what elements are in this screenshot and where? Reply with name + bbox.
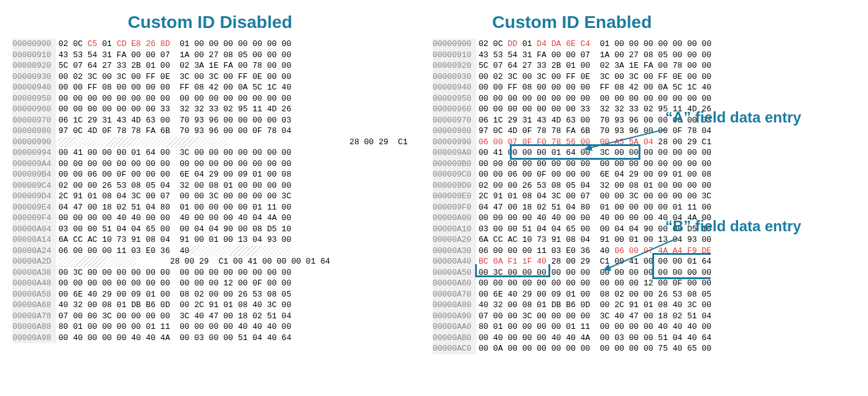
offset: 00000980 (433, 126, 476, 137)
hex-bytes: 06 00 00 00 11 03 E0 36 40 06 00 07 4A A… (476, 246, 711, 257)
hex-row: 00000A7000 6E 40 29 00 09 01 00 08 02 00… (433, 289, 712, 300)
hex-bytes: 00 00 00 00 00 00 00 00 00 00 00 00 00 0… (56, 159, 291, 170)
offset: 000009C0 (433, 169, 476, 180)
offset: 00000A40 (433, 256, 476, 267)
offset: 00000A04 (12, 224, 56, 235)
hex-bytes: 00 6E 40 29 00 09 01 00 08 02 00 00 26 5… (476, 289, 711, 300)
offset: 00000910 (433, 50, 476, 61)
hex-row: 0000093000 02 3C 00 3C 00 FF 0E 3C 00 3C… (433, 71, 712, 83)
offset: 00000910 (12, 50, 56, 61)
hex-row: 0000090002 0C DD 01 D4 DA 6E C4 01 00 00… (433, 39, 712, 50)
hex-row: 0000095000 00 00 00 00 00 00 00 00 00 00… (12, 93, 408, 104)
offset: 00000A90 (433, 311, 476, 322)
offset: 00000990 (12, 137, 56, 148)
hex-bytes: 00 40 00 00 00 40 40 4A 00 03 00 00 51 0… (476, 333, 711, 344)
hex-bytes: 00 40 00 00 00 40 40 4A 00 03 00 00 51 0… (56, 333, 291, 344)
hex-bytes: 97 0C 4D 0F 78 78 FA 6B 70 93 96 00 00 0… (56, 126, 291, 137)
hex-row: 000009C000 00 06 00 0F 00 00 00 6E 04 29… (433, 169, 712, 180)
offset: 00000960 (12, 104, 56, 115)
offset: 00000930 (433, 71, 476, 83)
hex-bytes: 00 0A 00 00 00 00 00 00 00 00 00 00 75 4… (476, 343, 711, 354)
offset: 00000A38 (12, 267, 56, 279)
annotation-a: “A” field data entry (665, 109, 801, 126)
offset: 000009E4 (12, 202, 56, 213)
offset: 00000990 (433, 137, 476, 148)
hex-bytes: 02 00 00 26 53 08 05 04 32 00 08 01 00 0… (56, 180, 291, 191)
hex-bytes: 00 02 3C 00 3C 00 FF 0E 3C 00 3C 00 FF 0… (476, 71, 711, 83)
hex-bytes: 43 53 54 31 FA 00 00 07 1A 00 27 08 05 0… (476, 50, 711, 61)
hex-row: 00000A2D 28 00 29 C1 00 41 00 00 00 01 6… (12, 256, 408, 267)
hex-bytes: 80 01 00 00 00 00 01 11 00 00 00 00 40 4… (56, 321, 291, 333)
offset: 00000950 (12, 93, 56, 104)
hex-bytes: 6A CC AC 10 73 91 08 04 91 00 01 00 13 0… (56, 234, 291, 246)
hex-row: 00000A2406 00 00 00 11 03 E0 36 40 (12, 246, 408, 257)
hex-row: 000009A400 00 00 00 00 00 00 00 00 00 00… (12, 159, 408, 170)
offset: 00000980 (12, 126, 56, 137)
comparison-container: Custom ID Disabled 0000090002 0C C5 01 C… (12, 12, 856, 354)
hex-row: 00000A3800 3C 00 00 00 00 00 00 00 00 00… (12, 267, 408, 279)
right-title: Custom ID Enabled (433, 12, 712, 32)
hex-row: 00000A3006 00 00 00 11 03 E0 36 40 06 00… (433, 246, 712, 257)
hex-row: 00000AC000 0A 00 00 00 00 00 00 00 00 00… (433, 343, 712, 354)
hex-bytes: 00 00 00 00 40 40 00 00 40 00 00 00 40 0… (56, 213, 291, 224)
hex-row: 000009D42C 91 01 08 04 3C 00 07 00 00 3C… (12, 191, 408, 202)
hex-bytes: 07 00 00 3C 00 00 00 00 3C 40 47 00 18 0… (56, 311, 291, 322)
offset: 00000940 (12, 82, 56, 93)
offset: 00000A70 (433, 289, 476, 300)
offset: 00000A50 (433, 267, 476, 279)
hex-bytes: 97 0C 4D 0F 78 78 FA 6B 70 93 96 00 00 0… (476, 126, 711, 137)
hex-bytes: 00 00 00 00 00 00 00 00 00 00 00 00 00 0… (56, 93, 291, 104)
hex-bytes: 6A CC AC 10 73 91 08 04 91 00 01 00 13 0… (476, 234, 711, 246)
hex-bytes: 40 32 00 08 01 DB B6 0D 00 2C 91 01 08 4… (476, 300, 711, 311)
offset: 000009B0 (433, 159, 476, 170)
offset: 00000A48 (12, 278, 56, 289)
offset: 00000A78 (12, 311, 56, 322)
hex-row: 000009E02C 91 01 08 04 3C 00 07 00 00 3C… (433, 191, 712, 202)
hex-row: 0000096000 00 00 00 00 00 00 33 32 32 33… (12, 104, 408, 115)
offset: 00000A24 (12, 246, 56, 257)
hex-bytes: 00 00 FF 08 00 00 00 00 FF 08 42 00 0A 5… (56, 82, 291, 93)
hex-bytes: 00 41 00 00 00 01 64 00 3C 00 00 00 00 0… (56, 147, 291, 159)
hex-dump-disabled: 0000090002 0C C5 01 CD E8 26 8D 01 00 00… (12, 39, 408, 343)
hex-row: 0000098097 0C 4D 0F 78 78 FA 6B 70 93 96… (12, 126, 408, 137)
hex-bytes: 00 3C 00 00 00 00 00 00 00 00 00 00 00 0… (56, 267, 291, 279)
left-title: Custom ID Disabled (12, 12, 408, 32)
hex-bytes: 00 02 3C 00 3C 00 FF 0E 3C 00 3C 00 FF 0… (56, 71, 291, 83)
hex-bytes: 00 00 00 00 00 00 00 00 00 00 00 12 00 0… (476, 278, 711, 289)
hex-bytes: 00 00 00 00 00 00 00 33 32 32 33 02 95 1… (56, 104, 291, 115)
hex-row: 0000099400 41 00 00 00 01 64 00 3C 00 00… (12, 147, 408, 159)
offset: 00000950 (433, 93, 476, 104)
offset: 00000970 (12, 115, 56, 126)
hex-bytes: 00 00 00 00 00 00 00 00 00 00 00 12 00 0… (56, 278, 291, 289)
hex-bytes: 02 0C C5 01 CD E8 26 8D 01 00 00 00 00 0… (56, 39, 292, 50)
offset: 00000920 (12, 60, 56, 71)
hex-row: 00000AB000 40 00 00 00 40 40 4A 00 03 00… (433, 333, 712, 344)
hex-row: 00000A146A CC AC 10 73 91 08 04 91 00 01… (12, 234, 408, 246)
hex-dump-enabled: 0000090002 0C DD 01 D4 DA 6E C4 01 00 00… (433, 39, 712, 354)
hex-row: 000009F004 47 00 18 02 51 04 80 01 00 00… (433, 202, 712, 213)
hex-bytes: 00 00 06 00 0F 00 00 00 6E 04 29 00 09 0… (476, 169, 711, 180)
hex-bytes: 07 00 00 3C 00 00 00 00 3C 40 47 00 18 0… (476, 311, 711, 322)
hex-row: 00000A206A CC AC 10 73 91 08 04 91 00 01… (433, 234, 712, 246)
offset: 00000A80 (433, 300, 476, 311)
right-panel: Custom ID Enabled 0000090002 0C DD 01 D4… (433, 12, 712, 354)
hex-bytes: 00 00 FF 08 00 00 00 00 FF 08 42 00 0A 5… (476, 82, 711, 93)
offset: 000009F0 (433, 202, 476, 213)
hex-row: 0000095000 00 00 00 00 00 00 00 00 00 00… (433, 93, 712, 104)
hex-row: 00000A9007 00 00 3C 00 00 00 00 3C 40 47… (433, 311, 712, 322)
hex-row: 0000097006 1C 29 31 43 4D 63 00 70 93 96… (12, 115, 408, 126)
annotation-b: “B” field data entry (665, 218, 801, 235)
offset: 00000920 (433, 60, 476, 71)
hex-row: 00000990 28 00 29 C1 (12, 137, 408, 148)
hex-bytes: 2C 91 01 08 04 3C 00 07 00 00 3C 00 00 0… (56, 191, 291, 202)
hex-row: 00000AA080 01 00 00 00 00 01 11 00 00 00… (433, 321, 712, 333)
hex-row: 000009C402 00 00 26 53 08 05 04 32 00 08… (12, 180, 408, 191)
offset: 00000994 (12, 147, 56, 159)
offset: 000009F4 (12, 213, 56, 224)
hex-row: 000009D002 00 00 26 53 08 05 04 32 00 08… (433, 180, 712, 191)
offset: 00000900 (12, 39, 56, 50)
hex-row: 0000091043 53 54 31 FA 00 00 07 1A 00 27… (433, 50, 712, 61)
hex-row: 00000A6840 32 00 08 01 DB B6 0D 00 2C 91… (12, 300, 408, 311)
offset: 000009E0 (433, 191, 476, 202)
hex-row: 00000A7807 00 00 3C 00 00 00 00 3C 40 47… (12, 311, 408, 322)
